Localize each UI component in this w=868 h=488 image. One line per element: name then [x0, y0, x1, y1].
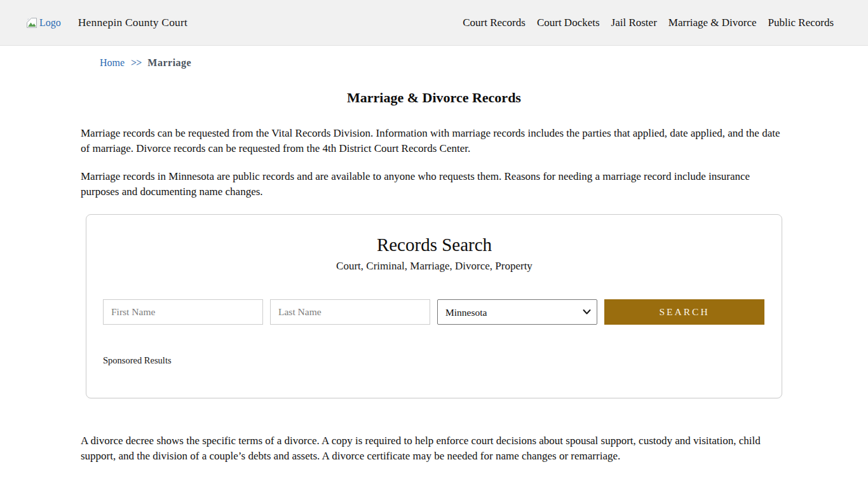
search-button[interactable]: SEARCH [604, 299, 764, 325]
logo-alt-text: Logo [39, 17, 61, 29]
state-select-wrap: Minnesota [437, 299, 597, 325]
broken-image-icon [25, 17, 38, 29]
search-form-row: Minnesota SEARCH [103, 299, 766, 325]
nav-court-records[interactable]: Court Records [463, 17, 526, 29]
search-card-title: Records Search [103, 234, 766, 255]
content-container: Home >> Marriage Marriage & Divorce Reco… [79, 57, 789, 464]
records-search-card: Records Search Court, Criminal, Marriage… [86, 214, 782, 398]
breadcrumb-separator: >> [131, 57, 141, 69]
state-select[interactable]: Minnesota [437, 299, 597, 325]
breadcrumb-current: Marriage [147, 57, 191, 69]
intro-paragraph-1: Marriage records can be requested from t… [79, 126, 789, 156]
sponsored-results-label: Sponsored Results [103, 355, 766, 366]
search-card-subtitle: Court, Criminal, Marriage, Divorce, Prop… [103, 260, 766, 273]
first-name-input[interactable] [103, 299, 263, 325]
closing-paragraph: A divorce decree shows the specific term… [79, 433, 789, 464]
site-title: Hennepin County Court [78, 16, 187, 29]
nav-public-records[interactable]: Public Records [768, 17, 834, 29]
nav-jail-roster[interactable]: Jail Roster [611, 17, 657, 29]
nav-court-dockets[interactable]: Court Dockets [537, 17, 600, 29]
breadcrumb-home-link[interactable]: Home [100, 57, 125, 69]
logo-link[interactable]: Logo [25, 17, 61, 29]
page-title: Marriage & Divorce Records [79, 90, 789, 106]
breadcrumb: Home >> Marriage [79, 57, 789, 69]
nav-marriage-divorce[interactable]: Marriage & Divorce [668, 17, 757, 29]
intro-paragraph-2: Marriage records in Minnesota are public… [79, 169, 789, 200]
last-name-input[interactable] [270, 299, 430, 325]
site-header: Logo Hennepin County Court Court Records… [0, 0, 868, 46]
main-nav: Court Records Court Dockets Jail Roster … [463, 17, 834, 29]
